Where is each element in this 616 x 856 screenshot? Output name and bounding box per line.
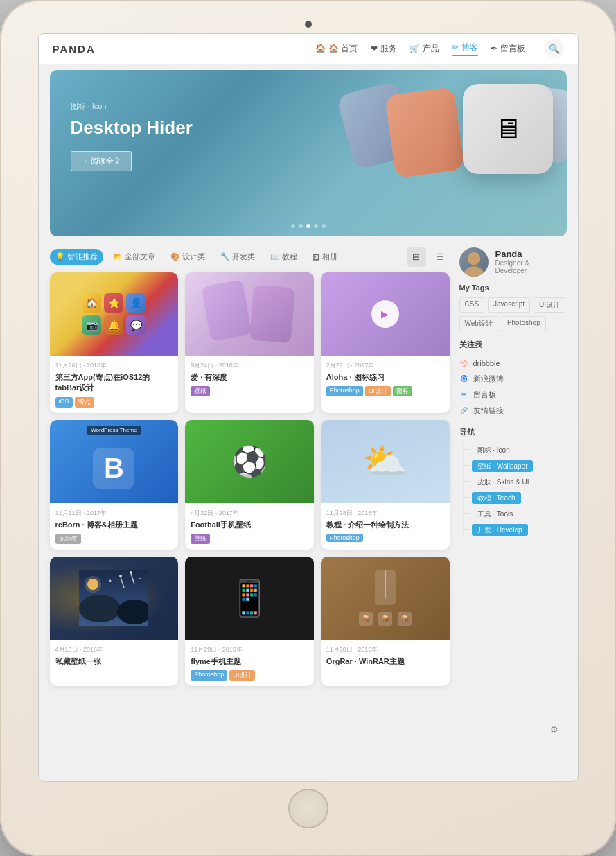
filter-album[interactable]: 🖼 相册 bbox=[307, 249, 343, 265]
brand-logo: PANDA bbox=[53, 43, 96, 55]
post-info-6: 11月28日 · 2015年 教程 · 介绍一种绘制方法 Photoshop bbox=[321, 503, 450, 548]
hero-dot-2[interactable] bbox=[299, 224, 303, 228]
post-info-1: 11月26日 · 2018年 第三方App(寄点)在iOS12的tabBar设计… bbox=[50, 356, 179, 413]
nav-tree: 图标 · Icon 壁纸 · Wallpaper 皮肤 · Skins & UI bbox=[459, 443, 567, 535]
nav-btn-wallpaper[interactable]: 壁纸 · Wallpaper bbox=[472, 460, 534, 472]
nav-home[interactable]: 🏠 🏠 首页 bbox=[315, 43, 358, 55]
post-tags-5: 壁纸 bbox=[191, 534, 308, 544]
follow-dribbble[interactable]: ⚾ dribbble bbox=[459, 356, 567, 371]
post-thumb-1: 🏠 ⭐ 👤 📷 🔔 💬 bbox=[50, 272, 179, 356]
cloud-tag-js[interactable]: Javascript bbox=[488, 297, 530, 313]
hero-card-main: 🖥 bbox=[463, 84, 553, 174]
post-card-7[interactable]: 4月16日 · 2016年 私藏壁纸一张 bbox=[50, 557, 179, 686]
post-date-2: 9月24日 · 2018年 bbox=[191, 361, 308, 370]
tag-notag-4[interactable]: 无标签 bbox=[55, 534, 81, 544]
cloud-tag-ps[interactable]: Photoshop bbox=[502, 316, 546, 331]
filter-tutorial[interactable]: 📖 教程 bbox=[265, 249, 303, 265]
post-date-5: 4月22日 · 2017年 bbox=[191, 509, 308, 518]
tag-icon-3[interactable]: 图标 bbox=[393, 386, 412, 396]
post-card-1[interactable]: 🏠 ⭐ 👤 📷 🔔 💬 11月26日 · 2018年 bbox=[50, 272, 179, 413]
svg-point-4 bbox=[85, 576, 101, 593]
post-title-4: reBorn · 博客&相册主题 bbox=[55, 520, 173, 530]
list-view-button[interactable]: ☰ bbox=[430, 247, 450, 267]
svg-point-9 bbox=[109, 579, 112, 582]
nav-btn-tools[interactable]: 工具 · Tools bbox=[472, 508, 519, 520]
svg-point-1 bbox=[79, 595, 121, 622]
tag-wallpaper-5[interactable]: 壁纸 bbox=[191, 534, 210, 544]
nav-btn-tutorial[interactable]: 教程 · Teach bbox=[472, 492, 521, 504]
monitor-icon: 🖥 bbox=[494, 113, 522, 144]
grid-view-button[interactable]: ⊞ bbox=[407, 247, 426, 267]
follow-guestbook[interactable]: ✏ 留言板 bbox=[459, 387, 567, 403]
hero-read-more-button[interactable]: → 阅读全文 bbox=[71, 151, 132, 171]
tag-ios[interactable]: iOS bbox=[55, 397, 73, 408]
tag-ui-3[interactable]: UI设计 bbox=[365, 386, 391, 396]
post-info-7: 4月16日 · 2016年 私藏壁纸一张 bbox=[50, 640, 179, 676]
my-tags-title: My Tags bbox=[459, 283, 567, 292]
filter-all[interactable]: 📂 全部文章 bbox=[107, 249, 161, 265]
nav-btn-skin[interactable]: 皮肤 · Skins & UI bbox=[472, 476, 535, 488]
nav-connector-4 bbox=[463, 497, 470, 498]
cloud-tag-web[interactable]: Web设计 bbox=[459, 316, 498, 331]
home-icon: 🏠 bbox=[315, 44, 326, 53]
nav-service[interactable]: ❤ 服务 bbox=[371, 43, 397, 55]
post-tags-4: 无标签 bbox=[55, 534, 173, 544]
nav-item-icon: 图标 · Icon bbox=[472, 443, 567, 455]
tag-ps-8[interactable]: Photoshop bbox=[191, 670, 227, 681]
hero-dot-1[interactable] bbox=[291, 224, 295, 228]
post-card-2[interactable]: 9月24日 · 2018年 爱 · 有深度 壁纸 bbox=[185, 272, 314, 413]
nav-blog[interactable]: ✏ 博客 bbox=[452, 42, 478, 56]
cloud-tag-ui[interactable]: UI设计 bbox=[534, 297, 565, 313]
post-card-5[interactable]: ⚽ 4月22日 · 2017年 Football手机壁纸 壁纸 bbox=[185, 420, 314, 550]
posts-grid: 🏠 ⭐ 👤 📷 🔔 💬 11月26日 · 2018年 bbox=[50, 272, 450, 687]
hero-dot-4[interactable] bbox=[314, 224, 318, 228]
post-thumb-4: WordPress Theme B bbox=[50, 420, 179, 503]
nav-links: 🏠 🏠 首页 ❤ 服务 🛒 产品 ✏ 博客 ✒ 留言板 bbox=[315, 39, 563, 58]
nav-guestbook[interactable]: ✒ 留言板 bbox=[491, 43, 525, 55]
tag-ps-6[interactable]: Photoshop bbox=[326, 534, 363, 542]
svg-point-7 bbox=[119, 575, 122, 577]
tag-jidian[interactable]: 寄点 bbox=[75, 397, 94, 408]
filter-dev[interactable]: 🔧 开发类 bbox=[215, 249, 261, 265]
post-card-3[interactable]: ▶ 2月27日 · 2017年 Aloha · 图标练习 Photoshop U… bbox=[321, 272, 450, 413]
follow-weibo[interactable]: 🌀 新浪微博 bbox=[459, 371, 567, 387]
post-card-6[interactable]: ⛅ 11月28日 · 2015年 教程 · 介绍一种绘制方法 Photoshop bbox=[321, 420, 450, 550]
tags-cloud: CSS Javascript UI设计 Web设计 Photoshop bbox=[459, 297, 567, 331]
follow-friendlinks[interactable]: 🔗 友情链接 bbox=[459, 403, 567, 419]
nav-product[interactable]: 🛒 产品 bbox=[410, 43, 439, 55]
post-title-8: flyme手机主题 bbox=[191, 656, 308, 667]
filter-design[interactable]: 🎨 设计类 bbox=[165, 249, 211, 265]
tag-wallpaper-2[interactable]: 壁纸 bbox=[191, 386, 210, 396]
post-title-6: 教程 · 介绍一种绘制方法 bbox=[326, 520, 444, 530]
nav-item-skin: 皮肤 · Skins & UI bbox=[472, 475, 567, 487]
post-card-4[interactable]: WordPress Theme B 11月11日 · 2017年 reBorn … bbox=[50, 420, 179, 550]
post-card-8[interactable]: 📱 11月20日 · 2015年 flyme手机主题 Photoshop UI设… bbox=[185, 557, 314, 686]
hero-dot-3[interactable] bbox=[306, 224, 310, 228]
main-content: 💡 智能推荐 📂 全部文章 🎨 设计类 🔧 开发类 bbox=[39, 242, 578, 694]
tag-ps-3[interactable]: Photoshop bbox=[326, 386, 363, 396]
wordpress-badge: WordPress Theme bbox=[87, 426, 141, 435]
tag-ui-8[interactable]: UI设计 bbox=[229, 670, 255, 681]
cloud-tag-css[interactable]: CSS bbox=[459, 297, 485, 313]
nav-btn-dev[interactable]: 开发 · Develop bbox=[472, 524, 528, 536]
profile-role: Designer &Developer bbox=[495, 259, 529, 274]
hero-dot-5[interactable] bbox=[322, 224, 326, 228]
post-info-2: 9月24日 · 2018年 爱 · 有深度 壁纸 bbox=[185, 356, 314, 402]
post-info-3: 2月27日 · 2017年 Aloha · 图标练习 Photoshop UI设… bbox=[321, 356, 450, 402]
phone-icon: 📱 bbox=[228, 578, 271, 618]
post-date-1: 11月26日 · 2018年 bbox=[55, 361, 173, 370]
post-card-9[interactable]: 📦 📦 📦 11月20日 · 2015年 OrgRar · WinRAR主题 bbox=[321, 557, 450, 686]
hero-content: 图标 · Icon Desktop Hider → 阅读全文 bbox=[71, 101, 193, 171]
home-button[interactable] bbox=[288, 789, 328, 828]
dribbble-icon: ⚾ bbox=[459, 358, 469, 368]
post-thumb-3: ▶ bbox=[321, 272, 450, 356]
post-thumb-2 bbox=[185, 272, 314, 356]
nav-btn-icon[interactable]: 图标 · Icon bbox=[472, 444, 516, 456]
settings-button[interactable]: ⚙ bbox=[545, 720, 564, 740]
post-title-5: Football手机壁纸 bbox=[191, 520, 308, 530]
sidebar-right: Panda Designer &Developer My Tags CSS Ja… bbox=[459, 242, 567, 687]
folder-icon: 📂 bbox=[113, 252, 123, 261]
post-tags-8: Photoshop UI设计 bbox=[191, 670, 308, 681]
search-button[interactable]: 🔍 bbox=[545, 39, 564, 58]
filter-smart[interactable]: 💡 智能推荐 bbox=[50, 249, 103, 265]
